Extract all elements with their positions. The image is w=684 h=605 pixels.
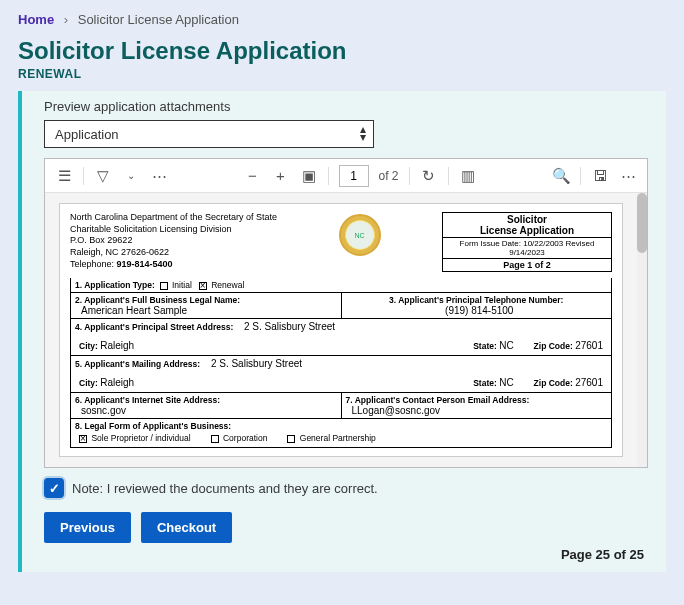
attachments-label: Preview application attachments	[44, 99, 648, 114]
doc-title-box: SolicitorLicense Application Form Issue …	[442, 212, 612, 272]
highlight-icon[interactable]: ▽	[94, 167, 112, 185]
state-seal-icon: NC	[339, 214, 381, 256]
pdf-scrollbar-thumb[interactable]	[637, 193, 647, 253]
pdf-document-area[interactable]: North Carolina Department of the Secreta…	[45, 193, 637, 467]
zoom-in-icon[interactable]: +	[272, 167, 290, 185]
attachments-select-value[interactable]: Application	[44, 120, 374, 148]
toolbar-separator	[83, 167, 84, 185]
more-tools-icon[interactable]: ⋯	[150, 167, 168, 185]
page-view-icon[interactable]: ▥	[459, 167, 477, 185]
preview-panel: Preview application attachments Applicat…	[18, 91, 666, 572]
more-icon[interactable]: ⋯	[619, 167, 637, 185]
reviewed-checkbox[interactable]: ✓	[44, 478, 64, 498]
breadcrumb: Home › Solicitor License Application	[18, 12, 666, 27]
reviewed-label: Note: I reviewed the documents and they …	[72, 481, 378, 496]
attachments-select[interactable]: Application ▴▾	[44, 120, 374, 148]
toolbar-separator	[580, 167, 581, 185]
toolbar-separator	[328, 167, 329, 185]
fit-page-icon[interactable]: ▣	[300, 167, 318, 185]
previous-button[interactable]: Previous	[44, 512, 131, 543]
page-number-input[interactable]	[339, 165, 369, 187]
save-icon[interactable]: 🖫	[591, 167, 609, 185]
breadcrumb-home-link[interactable]: Home	[18, 12, 54, 27]
rotate-icon[interactable]: ↻	[420, 167, 438, 185]
toolbar-separator	[448, 167, 449, 185]
page-subtitle: RENEWAL	[18, 67, 666, 81]
zoom-out-icon[interactable]: −	[244, 167, 262, 185]
pdf-page: North Carolina Department of the Secreta…	[59, 203, 623, 457]
page-title: Solicitor License Application	[18, 37, 666, 65]
checkout-button[interactable]: Checkout	[141, 512, 232, 543]
pdf-viewer: ☰ ▽ ⌄ ⋯ − + ▣ of 2 ↻ ▥ 🔍 🖫 ⋯	[44, 158, 648, 468]
chevron-right-icon: ›	[64, 12, 68, 27]
page-total-label: of 2	[379, 169, 399, 183]
toolbar-separator	[409, 167, 410, 185]
pdf-toolbar: ☰ ▽ ⌄ ⋯ − + ▣ of 2 ↻ ▥ 🔍 🖫 ⋯	[45, 159, 647, 193]
search-icon[interactable]: 🔍	[552, 167, 570, 185]
outline-icon[interactable]: ☰	[55, 167, 73, 185]
page-counter: Page 25 of 25	[44, 547, 648, 562]
pdf-scrollbar[interactable]	[637, 193, 647, 467]
chevron-down-icon[interactable]: ⌄	[122, 167, 140, 185]
doc-dept-address: North Carolina Department of the Secreta…	[70, 212, 277, 270]
breadcrumb-current: Solicitor License Application	[78, 12, 239, 27]
